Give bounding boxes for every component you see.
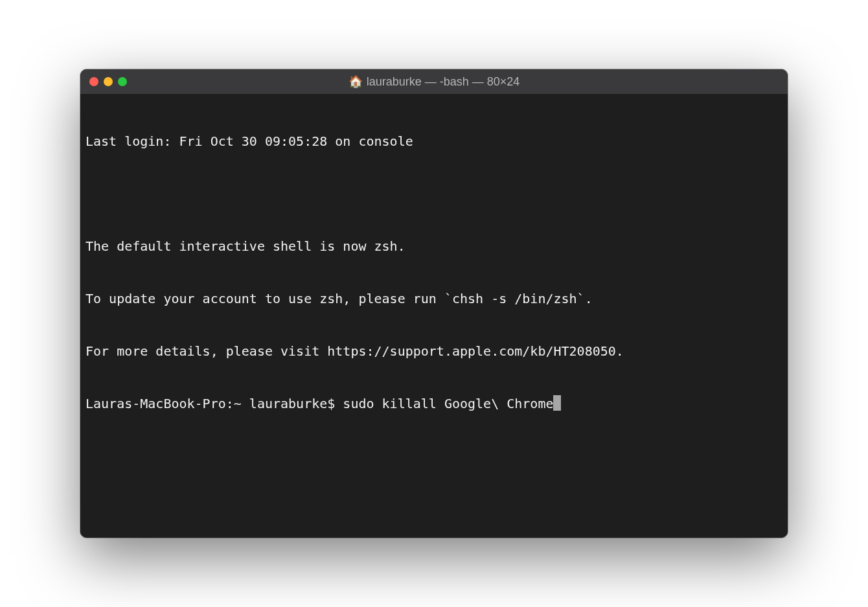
maximize-button[interactable] — [118, 77, 127, 86]
shell-prompt: Lauras-MacBook-Pro:~ lauraburke$ — [86, 395, 343, 413]
prompt-line: Lauras-MacBook-Pro:~ lauraburke$ sudo ki… — [86, 395, 782, 413]
blank-line — [86, 185, 782, 203]
window-title-text: lauraburke — -bash — 80×24 — [367, 75, 520, 89]
terminal-body[interactable]: Last login: Fri Oct 30 09:05:28 on conso… — [80, 94, 788, 538]
home-icon: 🏠 — [348, 76, 363, 87]
close-button[interactable] — [89, 77, 98, 86]
minimize-button[interactable] — [104, 77, 113, 86]
terminal-window: 🏠 lauraburke — -bash — 80×24 Last login:… — [80, 69, 788, 538]
window-title: 🏠 lauraburke — -bash — 80×24 — [89, 75, 779, 89]
title-bar[interactable]: 🏠 lauraburke — -bash — 80×24 — [80, 69, 788, 94]
terminal-output-line: Last login: Fri Oct 30 09:05:28 on conso… — [86, 133, 782, 150]
traffic-lights — [89, 77, 127, 86]
terminal-output-line: The default interactive shell is now zsh… — [86, 238, 782, 255]
terminal-output-line: For more details, please visit https://s… — [86, 343, 782, 360]
cursor — [553, 395, 561, 411]
terminal-output-line: To update your account to use zsh, pleas… — [86, 290, 782, 308]
command-input[interactable]: sudo killall Google\ Chrome — [343, 395, 553, 413]
